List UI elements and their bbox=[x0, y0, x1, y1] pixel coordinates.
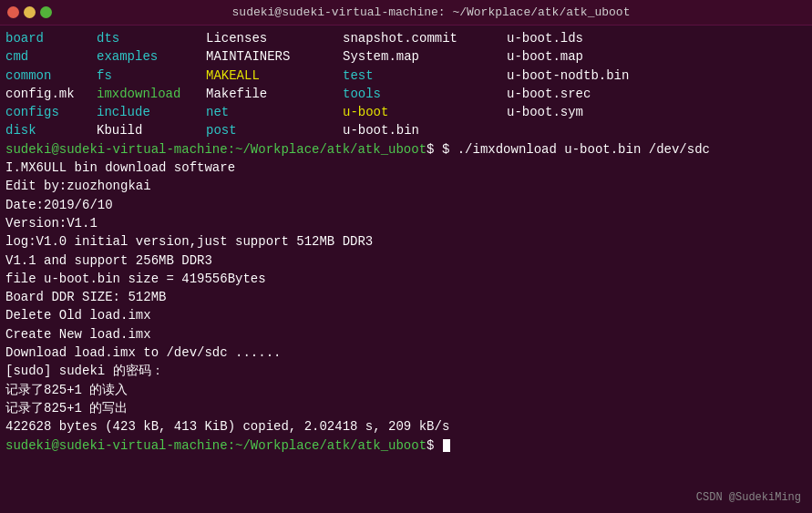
file-item: cmd bbox=[5, 47, 97, 66]
terminal-body: board dts Licenses snapshot.commit u-boo… bbox=[0, 26, 812, 513]
file-item: disk bbox=[5, 121, 97, 139]
maximize-button[interactable] bbox=[40, 6, 52, 18]
output-line-4: Version:V1.1 bbox=[5, 214, 807, 232]
file-item bbox=[507, 121, 807, 139]
prompt-2: sudeki@sudeki-virtual-machine:~/Workplac… bbox=[5, 438, 427, 453]
command-line-1: sudeki@sudeki-virtual-machine:~/Workplac… bbox=[5, 140, 807, 159]
watermark: CSDN @SudekiMing bbox=[696, 490, 801, 506]
file-item: u-boot.srec bbox=[507, 85, 807, 103]
dollar-sign: $ bbox=[427, 142, 442, 157]
file-item: imxdownload bbox=[97, 85, 206, 103]
file-item: MAINTAINERS bbox=[206, 47, 343, 66]
file-item: common bbox=[5, 67, 97, 85]
file-item: MAKEALL bbox=[206, 67, 343, 85]
file-item: dts bbox=[97, 29, 206, 47]
output-line-3: Date:2019/6/10 bbox=[5, 196, 807, 214]
file-listing: board dts Licenses snapshot.commit u-boo… bbox=[5, 29, 807, 140]
file-item: u-boot bbox=[343, 103, 507, 121]
output-line-12: [sudo] sudeki 的密码： bbox=[5, 362, 807, 380]
file-item: Makefile bbox=[206, 85, 343, 103]
file-item: net bbox=[206, 103, 343, 121]
file-item: u-boot-nodtb.bin bbox=[507, 67, 807, 85]
output-line-7: file u-boot.bin size = 419556Bytes bbox=[5, 270, 807, 288]
file-item: Licenses bbox=[206, 29, 343, 47]
prompt-1: sudeki@sudeki-virtual-machine:~/Workplac… bbox=[5, 142, 427, 157]
output-line-2: Edit by:zuozhongkai bbox=[5, 177, 807, 195]
file-item: u-boot.lds bbox=[507, 29, 807, 47]
output-line-8: Board DDR SIZE: 512MB bbox=[5, 288, 807, 306]
window-controls[interactable] bbox=[7, 6, 52, 18]
output-line-1: I.MX6ULL bin download software bbox=[5, 159, 807, 177]
file-item: u-boot.map bbox=[507, 47, 807, 66]
file-item: config.mk bbox=[5, 85, 97, 103]
file-item: u-boot.sym bbox=[507, 103, 807, 121]
dollar-sign-2: $ bbox=[427, 438, 442, 453]
file-item: Kbuild bbox=[97, 121, 206, 139]
file-item: u-boot.bin bbox=[343, 121, 507, 139]
file-item: board bbox=[5, 29, 97, 47]
file-item: snapshot.commit bbox=[343, 29, 507, 47]
file-item: examples bbox=[97, 47, 206, 66]
output-line-6: V1.1 and support 256MB DDR3 bbox=[5, 251, 807, 270]
command-1: $ ./imxdownload u-boot.bin /dev/sdc bbox=[442, 142, 710, 157]
file-item: test bbox=[343, 67, 507, 85]
file-item: configs bbox=[5, 103, 97, 121]
minimize-button[interactable] bbox=[24, 6, 36, 18]
output-line-9: Delete Old load.imx bbox=[5, 306, 807, 324]
file-item: tools bbox=[343, 85, 507, 103]
output-line-14: 记录了825+1 的写出 bbox=[5, 399, 807, 417]
window-title: sudeki@sudeki-virtual-machine: ~/Workpla… bbox=[57, 5, 805, 19]
cursor bbox=[443, 439, 450, 452]
output-line-10: Create New load.imx bbox=[5, 325, 807, 344]
output-line-5: log:V1.0 initial version,just support 51… bbox=[5, 232, 807, 251]
file-item: post bbox=[206, 121, 343, 139]
output-line-13: 记录了825+1 的读入 bbox=[5, 381, 807, 399]
title-bar: sudeki@sudeki-virtual-machine: ~/Workpla… bbox=[0, 0, 812, 26]
output-line-15: 422628 bytes (423 kB, 413 KiB) copied, 2… bbox=[5, 417, 807, 436]
command-line-2: sudeki@sudeki-virtual-machine:~/Workplac… bbox=[5, 436, 807, 455]
file-item: include bbox=[97, 103, 206, 121]
file-item: fs bbox=[97, 67, 206, 85]
file-item: System.map bbox=[343, 47, 507, 66]
output-line-11: Download load.imx to /dev/sdc ...... bbox=[5, 344, 807, 362]
close-button[interactable] bbox=[7, 6, 19, 18]
